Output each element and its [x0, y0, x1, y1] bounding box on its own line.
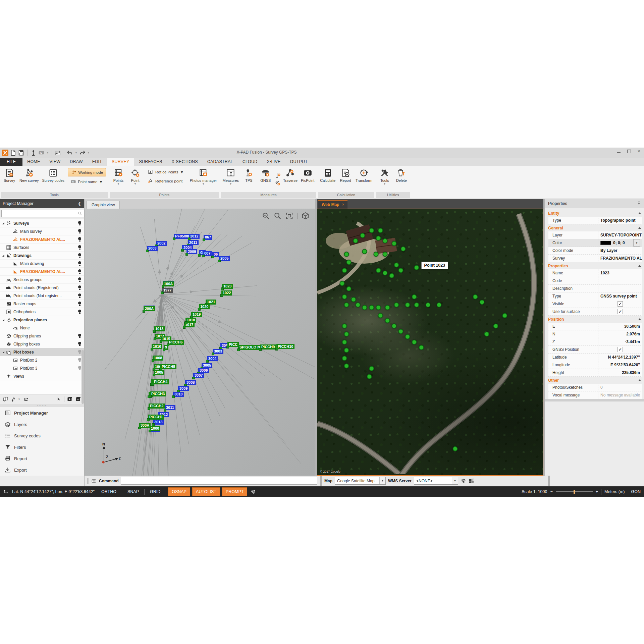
visibility-bulb-icon[interactable] — [78, 253, 81, 258]
status-toggle-ortho[interactable]: ORTHO — [98, 488, 120, 496]
checkbox[interactable]: ✓ — [618, 347, 623, 352]
map-survey-point[interactable] — [382, 238, 387, 244]
visibility-bulb-icon[interactable] — [78, 358, 81, 362]
sidebar-item-layers[interactable]: Layers — [0, 419, 84, 430]
point-button[interactable]: Point▼ — [127, 167, 143, 192]
new-survey-button[interactable]: New survey — [18, 167, 40, 192]
status-toggle-prompt[interactable]: PROMPT — [222, 487, 247, 496]
survey-point-label[interactable]: PICCH2 — [149, 404, 165, 409]
survey-point-label[interactable]: 1019 — [191, 312, 202, 317]
map-survey-point[interactable] — [425, 302, 430, 307]
expand-all-icon[interactable] — [67, 396, 73, 402]
zoom-extents-icon[interactable] — [285, 212, 293, 220]
traverse-button[interactable]: Traverse — [282, 167, 299, 192]
ribbon-tab-output[interactable]: OUTPUT — [285, 158, 312, 166]
map-survey-point[interactable] — [394, 302, 399, 307]
survey-point-label[interactable]: PICCH5 — [160, 364, 176, 369]
mini-tps-add-icon[interactable] — [275, 173, 280, 178]
panel-splitter[interactable]: •••••• — [0, 404, 84, 407]
survey-point-label[interactable]: 300A — [139, 423, 151, 428]
collapse-icon[interactable] — [638, 265, 641, 267]
chevron-down-icon[interactable]: ▼ — [633, 239, 640, 247]
visibility-bulb-icon[interactable] — [78, 237, 81, 241]
save-icon[interactable] — [18, 150, 24, 156]
property-row-e[interactable]: E30.500m — [548, 323, 642, 330]
search-input[interactable] — [1, 210, 85, 217]
survey-point-label[interactable]: 1005 — [154, 370, 164, 375]
scale-slider-thumb[interactable] — [574, 490, 575, 494]
map-survey-point[interactable] — [373, 252, 378, 257]
angle-unit-label[interactable]: GON — [631, 489, 641, 494]
visibility-bulb-icon[interactable] — [78, 221, 81, 225]
tab-web-map[interactable]: Web Map × — [318, 200, 347, 209]
tree-item-sections-groups[interactable]: Sections groups — [0, 276, 84, 284]
map-survey-point[interactable] — [378, 313, 383, 318]
tree-item-orthophotos[interactable]: Orthophotos — [0, 308, 84, 316]
ribbon-tab-x-sections[interactable]: X-SECTIONS — [167, 158, 202, 166]
zoom-in-icon[interactable] — [274, 212, 281, 220]
map-survey-point[interactable] — [376, 305, 381, 310]
property-row-color[interactable]: Color0; 0; 0▼ — [548, 239, 642, 247]
chevron-down-icon[interactable]: ▼ — [87, 151, 90, 154]
gnss-button[interactable]: GNSS — [258, 167, 274, 192]
survey-point-label[interactable]: 067 — [204, 235, 212, 240]
ribbon-tab-cloud[interactable]: CLOUD — [238, 158, 262, 166]
visibility-bulb-icon[interactable] — [78, 245, 81, 250]
map-survey-point[interactable] — [391, 324, 396, 329]
units-label[interactable]: Meters (m) — [604, 489, 625, 494]
property-row-code[interactable]: Code — [548, 277, 642, 285]
survey-point-label[interactable]: 1020 — [199, 304, 210, 309]
survey-point-label[interactable]: 3009 — [178, 386, 189, 391]
map-survey-point[interactable] — [419, 345, 424, 350]
view-3d-icon[interactable] — [302, 212, 309, 220]
command-input[interactable] — [121, 477, 317, 485]
survey-point-label[interactable]: 3004 — [207, 356, 218, 361]
tps-button[interactable]: TPS — [241, 167, 257, 192]
map-survey-point[interactable] — [342, 340, 347, 345]
picpoint-button[interactable]: PicPoint — [300, 167, 316, 192]
tree-item-surfaces[interactable]: Surfaces — [0, 244, 84, 252]
map-survey-point[interactable] — [398, 268, 404, 273]
collapse-icon[interactable] — [638, 212, 641, 214]
chevron-down-icon[interactable]: ▼ — [75, 151, 77, 154]
map-survey-point[interactable] — [484, 332, 489, 337]
tab-graphic-view[interactable]: Graphic view — [87, 201, 120, 209]
point-id-icon[interactable]: ID — [38, 150, 45, 156]
map-survey-point[interactable] — [346, 286, 352, 291]
tree-item-raster-maps[interactable]: Raster maps — [0, 300, 84, 308]
visibility-bulb-icon[interactable] — [78, 277, 81, 282]
survey-point-label[interactable]: 2003 — [147, 246, 158, 251]
map-survey-point[interactable] — [360, 233, 365, 238]
expand-icon[interactable] — [2, 255, 4, 257]
sidebar-item-export[interactable]: Export — [0, 464, 84, 476]
collapse-all-icon[interactable] — [75, 396, 81, 402]
tree-item-projection-planes[interactable]: Projection planes — [0, 316, 84, 324]
survey-point-label[interactable]: PICC — [227, 342, 239, 347]
map-survey-point[interactable] — [344, 364, 349, 369]
property-row-use-for-surface[interactable]: Use for surface✓ — [548, 308, 642, 316]
property-row-visible[interactable]: Visible✓ — [548, 300, 642, 308]
visibility-bulb-icon[interactable] — [78, 366, 81, 370]
wms-server-select[interactable]: <NONE> ▼ — [414, 477, 458, 485]
map-survey-point[interactable] — [493, 324, 498, 329]
visibility-bulb-icon[interactable] — [78, 229, 81, 233]
tree-item-plotbox-2[interactable]: PlotBox 2 — [0, 356, 84, 364]
zoom-plus[interactable]: + — [596, 489, 598, 494]
tree-item-surveys[interactable]: Surveys — [0, 219, 84, 227]
tree-item-point-clouds-not-register[interactable]: !Point clouds (Not register... — [0, 292, 84, 300]
survey-point-label[interactable]: 1010 — [152, 344, 162, 349]
map-survey-point[interactable] — [369, 305, 374, 310]
map-survey-point[interactable] — [351, 297, 356, 302]
collapse-icon[interactable] — [638, 379, 641, 381]
survey-point-label[interactable]: 2005 — [219, 256, 230, 261]
map-survey-point[interactable] — [382, 252, 387, 257]
command-grip[interactable] — [87, 478, 89, 484]
new-document-icon[interactable] — [10, 150, 16, 156]
report-button[interactable]: Report — [337, 167, 354, 192]
maximize-button[interactable] — [627, 149, 631, 154]
working-mode-button[interactable]: Working mode — [68, 168, 106, 176]
ribbon-tab-surfaces[interactable]: SURFACES — [134, 158, 167, 166]
reference-point-button[interactable]: Reference point — [145, 177, 186, 185]
status-toggle-osnap[interactable]: OSNAP — [168, 487, 190, 496]
map-survey-point[interactable] — [369, 228, 374, 233]
